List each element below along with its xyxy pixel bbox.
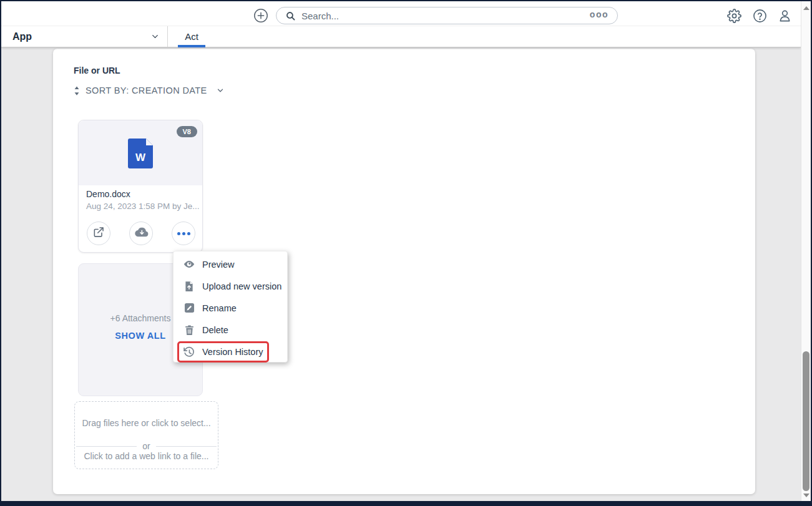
sort-by-label: SORT BY: CREATION DATE [86,85,207,95]
cloud-download-icon [134,226,149,241]
menu-item-version-history[interactable]: Version History [174,341,287,362]
word-letter: W [128,152,153,164]
ellipsis-icon [177,232,190,235]
menu-item-rename[interactable]: Rename [174,297,287,319]
external-link-icon [92,226,105,241]
dropzone-drag-label: Drag files here or click to select... [75,418,218,428]
tab-act[interactable]: Act [178,26,205,47]
dropzone-divider: or [75,441,218,451]
search-bar[interactable]: ooo [276,7,618,24]
topbar: ooo [1,1,801,26]
menu-item-upload-new-version[interactable]: Upload new version [174,275,287,297]
content-panel: File or URL SORT BY: CREATION DATE V8 W [53,49,755,494]
active-tab-indicator [178,45,205,47]
search-icon [285,11,296,21]
word-file-icon: W [128,139,153,168]
add-icon[interactable] [253,8,268,23]
tab-act-label: Act [185,31,198,42]
gear-icon[interactable] [726,8,741,23]
app-window: ooo App Act [0,0,812,506]
context-menu: Preview Upload new version [173,251,288,362]
app-dropdown-label: App [12,31,150,42]
version-badge: V8 [177,126,197,137]
menu-item-delete[interactable]: Delete [174,319,287,341]
sort-by-control[interactable]: SORT BY: CREATION DATE [73,85,225,95]
search-more-options-icon[interactable]: ooo [590,9,609,19]
file-dropzone[interactable]: Drag files here or click to select... or… [74,401,218,469]
user-icon[interactable] [777,8,792,23]
trash-icon [183,324,195,336]
history-icon [183,346,195,358]
window-border-top [0,0,812,1]
scroll-down-arrow-icon[interactable] [803,494,810,497]
help-icon[interactable] [752,8,767,23]
window-border-bottom [0,501,812,506]
menu-item-preview[interactable]: Preview [174,253,287,275]
chevron-down-icon [216,86,225,95]
file-meta: Aug 24, 2023 1:58 PM by Je... [86,202,200,211]
download-file-button[interactable] [129,221,153,245]
menu-item-label: Upload new version [202,281,281,291]
menu-item-label: Preview [202,260,235,270]
section-title: File or URL [74,66,120,75]
file-card: V8 W Demo.docx Aug 24, 2023 1:58 PM by J… [78,120,203,253]
menu-item-label: Delete [202,325,228,335]
more-actions-button[interactable] [172,221,195,245]
search-input[interactable] [301,11,590,21]
or-label: or [142,441,150,451]
scrollbar-thumb[interactable] [803,351,810,491]
file-thumbnail[interactable]: V8 W [79,120,202,185]
sort-arrows-icon [73,85,81,95]
file-name: Demo.docx [86,189,130,199]
chevron-down-icon [150,32,160,41]
upload-file-icon [183,280,195,293]
vertical-scrollbar[interactable] [801,1,811,501]
app-dropdown[interactable]: App [1,26,168,47]
pencil-icon [183,302,195,314]
add-web-link[interactable]: Click to add a web link to a file... [75,451,218,461]
window-border-left [0,0,1,506]
menu-item-label: Rename [202,303,237,313]
open-file-button[interactable] [87,221,110,245]
eye-icon [183,258,195,271]
nav-row: App Act [1,26,801,47]
menu-item-label: Version History [202,347,263,357]
scroll-up-arrow-icon[interactable] [803,6,810,10]
